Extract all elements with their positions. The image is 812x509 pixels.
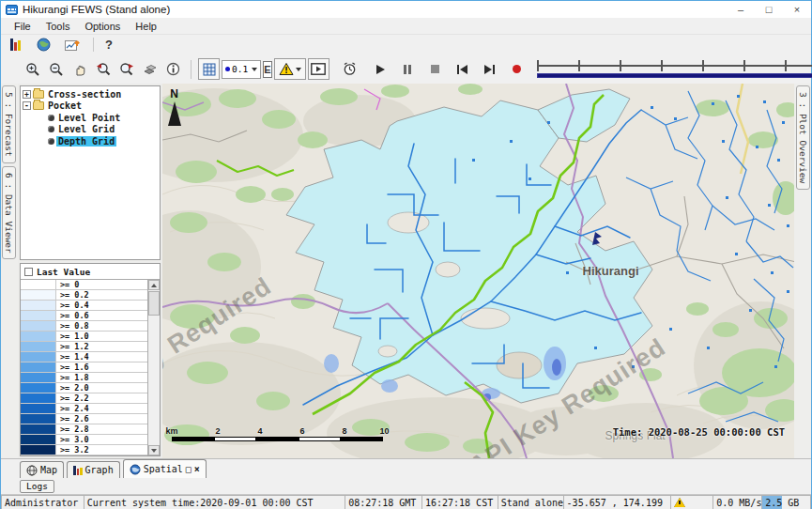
legend-swatch [21, 290, 56, 300]
tree-expander-icon[interactable]: - [23, 101, 31, 110]
legend-row[interactable]: >= 2.8 [21, 424, 147, 435]
restore-view-icon[interactable]: □ [186, 464, 192, 474]
scroll-up-icon[interactable] [148, 280, 160, 290]
legend-label: >= 0 [56, 280, 79, 289]
legend-label: >= 2.6 [56, 414, 89, 424]
chart-export-icon[interactable] [63, 34, 82, 55]
legend-label: >= 1.8 [56, 373, 89, 382]
legend-row[interactable]: >= 0.6 [21, 311, 147, 321]
map-view[interactable]: N API Key Required API Key Required Hiku… [162, 84, 794, 458]
scroll-down-icon[interactable] [148, 445, 160, 455]
zoom-previous-icon[interactable] [92, 58, 114, 80]
record-button[interactable] [506, 58, 528, 80]
legend-row[interactable]: >= 2.6 [21, 414, 147, 424]
timeline-slider[interactable] [537, 58, 812, 81]
tree-item[interactable]: + Cross-section [23, 88, 160, 100]
info-icon[interactable] [162, 58, 184, 80]
tree-expander-icon[interactable]: + [23, 90, 31, 99]
stop-button[interactable] [424, 58, 446, 80]
zoom-in-icon[interactable] [22, 58, 43, 80]
menu-item[interactable]: Tools [38, 21, 78, 32]
status-mode: Stand alone [498, 495, 563, 509]
app-window: Hikurangi FEWS (Stand alone) – □ × File … [0, 0, 812, 509]
legend-swatch [21, 424, 56, 434]
north-arrow: N [168, 87, 181, 126]
thresholds-warning-dropdown[interactable] [274, 58, 306, 80]
legend-swatch [21, 435, 56, 444]
menu-item[interactable]: Options [77, 21, 128, 32]
last-value-checkbox[interactable] [24, 268, 33, 276]
labels-toggle-button[interactable]: E [263, 61, 271, 78]
help-icon[interactable]: ? [105, 38, 113, 52]
pan-hand-icon[interactable] [69, 58, 90, 80]
timeline-track[interactable] [537, 60, 812, 71]
status-memory: 2.5 GB [761, 495, 811, 509]
zoom-next-icon[interactable] [115, 58, 137, 80]
legend-row[interactable]: >= 0.8 [21, 321, 147, 332]
legend-label: >= 2.4 [56, 404, 89, 413]
status-warning[interactable] [670, 495, 712, 509]
step-forward-button[interactable] [479, 58, 500, 80]
close-view-icon[interactable]: × [194, 464, 200, 474]
legend-row[interactable]: >= 0.2 [21, 290, 147, 301]
legend-row[interactable]: >= 1.4 [21, 352, 147, 362]
minimize-icon[interactable]: – [727, 1, 755, 18]
dock-tab[interactable]: 6 : Data Viewer [2, 166, 16, 260]
legend-swatch [21, 352, 56, 362]
dock-tab[interactable]: 5 : Forecast [2, 85, 16, 163]
legend-label: >= 2.0 [56, 383, 89, 393]
tree-item[interactable]: Level Grid [23, 124, 160, 136]
layers-icon[interactable] [139, 58, 161, 80]
animation-timer-icon[interactable] [339, 58, 360, 80]
menu-item[interactable]: Help [128, 21, 164, 32]
scroll-thumb[interactable] [148, 291, 160, 316]
legend-label: >= 2.2 [56, 393, 89, 403]
legend-panel: Last Value >= 0 >= 0.2 [20, 263, 161, 456]
legend-swatch [21, 414, 56, 424]
legend-row[interactable]: >= 3.2 [21, 445, 147, 455]
tree-node-icon [33, 101, 44, 110]
tree-item[interactable]: Level Point [23, 112, 160, 124]
dock-tab[interactable]: 3 : Plot Overview [796, 85, 810, 190]
legend-row[interactable]: >= 1.0 [21, 332, 147, 342]
legend-label: >= 1.0 [56, 332, 89, 341]
menu-item[interactable]: File [7, 21, 38, 32]
legend-swatch [21, 362, 56, 372]
threshold-dropdown[interactable]: 0.1 [222, 60, 261, 79]
animation-movie-icon[interactable] [308, 58, 329, 80]
legend-row[interactable]: >= 1.6 [21, 362, 147, 373]
legend-label: >= 0.6 [56, 311, 89, 320]
legend-row[interactable]: >= 2.0 [21, 383, 147, 393]
tab-graph[interactable]: Graph [67, 461, 120, 478]
legend-row[interactable]: >= 0 [21, 280, 147, 290]
grid-icon[interactable] [198, 58, 220, 80]
legend-swatch [21, 393, 56, 403]
legend-row[interactable]: >= 1.8 [21, 373, 147, 383]
legend-label: >= 1.2 [56, 342, 89, 351]
title-bar[interactable]: Hikurangi FEWS (Stand alone) – □ × [1, 1, 811, 18]
play-button[interactable] [370, 58, 391, 80]
legend-swatch [21, 383, 56, 393]
tree-item[interactable]: Depth Grid [23, 135, 160, 147]
tab-map[interactable]: Map [20, 461, 64, 478]
legend-row[interactable]: >= 1.2 [21, 342, 147, 352]
legend-scrollbar[interactable] [147, 280, 160, 455]
legend-row[interactable]: >= 0.4 [21, 301, 147, 311]
maximize-icon[interactable]: □ [755, 1, 783, 18]
step-back-button[interactable] [452, 58, 473, 80]
pause-button[interactable] [397, 58, 419, 80]
logs-tab[interactable]: Logs [20, 480, 54, 493]
timeline-range-bar[interactable] [537, 73, 812, 78]
legend-row[interactable]: >= 2.2 [21, 393, 147, 404]
tree-item[interactable]: - Pocket [23, 100, 160, 113]
scalebar-tick: 4 [221, 426, 263, 437]
tab-spatial[interactable]: Spatial □ × [123, 459, 207, 478]
close-icon[interactable]: × [783, 1, 811, 18]
statistics-icon[interactable] [7, 34, 23, 55]
legend-row[interactable]: >= 2.4 [21, 404, 147, 414]
globe-icon[interactable] [35, 34, 52, 55]
map-canvas[interactable] [162, 84, 794, 458]
legend-row[interactable]: >= 3.0 [21, 435, 147, 445]
legend-swatch [21, 445, 56, 455]
zoom-out-icon[interactable] [45, 58, 67, 80]
